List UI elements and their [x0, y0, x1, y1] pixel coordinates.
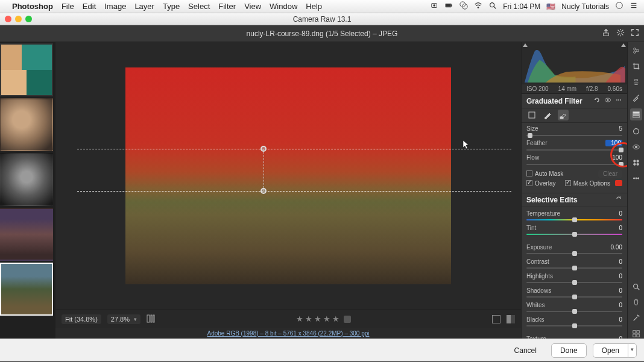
slider-value-1[interactable]: 0	[605, 225, 622, 231]
gradient-pin-bottom[interactable]	[260, 188, 267, 194]
star-5-icon[interactable]: ★	[332, 314, 339, 323]
star-2-icon[interactable]: ★	[305, 314, 312, 323]
star-3-icon[interactable]: ★	[314, 314, 321, 323]
reset-icon[interactable]	[611, 195, 622, 204]
slider-value-2[interactable]: 0.00	[605, 244, 622, 251]
zoom-tool-icon[interactable]	[631, 282, 641, 292]
slider-value-0[interactable]: 0	[605, 210, 622, 217]
new-mask-icon[interactable]	[526, 110, 537, 120]
slider-value-5[interactable]: 0	[605, 287, 622, 294]
menubar-select[interactable]: Select	[188, 2, 210, 11]
open-button[interactable]: Open	[593, 343, 628, 358]
slider-3[interactable]	[526, 265, 622, 271]
auto-mask-checkbox[interactable]	[526, 170, 532, 176]
thumb-3[interactable]	[0, 153, 53, 206]
slider-2[interactable]	[526, 251, 622, 257]
grid-view-icon[interactable]	[631, 329, 641, 339]
menubar-help[interactable]: Help	[306, 2, 322, 11]
flag-icon[interactable]: 🇺🇸	[546, 2, 555, 11]
brush-erase-icon[interactable]	[558, 110, 569, 120]
thumb-5-selected[interactable]	[0, 263, 53, 316]
thumb-4[interactable]	[0, 208, 53, 261]
gradient-bottom-line[interactable]	[77, 191, 511, 192]
menubar-window[interactable]: Window	[270, 2, 297, 11]
share-icon[interactable]	[602, 28, 610, 39]
menubar-edit[interactable]: Edit	[83, 2, 96, 11]
slider-value-3[interactable]: 0	[605, 258, 622, 265]
histogram[interactable]	[522, 42, 627, 84]
star-1-icon[interactable]: ★	[296, 314, 303, 323]
more-icon[interactable]	[631, 173, 641, 183]
menubar-app[interactable]: Photoshop	[12, 2, 53, 11]
minimize-window-button[interactable]	[15, 16, 22, 22]
siri-icon[interactable]	[615, 1, 623, 11]
recording-icon[interactable]	[431, 1, 439, 11]
visibility-eye-icon[interactable]	[601, 96, 611, 105]
heal-tool-icon[interactable]	[631, 77, 641, 87]
slider-1[interactable]	[526, 231, 622, 237]
workflow-options-link[interactable]: Adobe RGB (1998) – 8 bit – 5761 x 3846 (…	[207, 330, 369, 337]
hand-tool-icon[interactable]	[631, 298, 641, 307]
cancel-button[interactable]: Cancel	[506, 344, 545, 357]
grid-icon[interactable]	[147, 314, 155, 324]
cc-icon[interactable]	[459, 1, 468, 11]
slider-value-4[interactable]: 0	[605, 273, 622, 279]
fullscreen-icon[interactable]	[631, 28, 639, 39]
slider-7[interactable]	[526, 323, 622, 329]
zoom-window-button[interactable]	[25, 16, 32, 22]
thumb-1[interactable]	[0, 43, 53, 96]
eye-tool-icon[interactable]	[631, 142, 641, 152]
thumb-2[interactable]	[0, 98, 53, 151]
notifications-icon[interactable]	[630, 1, 638, 11]
close-window-button[interactable]	[5, 16, 11, 22]
spotlight-icon[interactable]	[488, 1, 497, 11]
flow-value[interactable]: 100	[605, 154, 622, 161]
zoom-fit-button[interactable]: Fit (34.8%)	[62, 314, 101, 324]
menubar-file[interactable]: File	[62, 2, 74, 11]
mask-color-swatch[interactable]	[615, 180, 622, 186]
feather-slider[interactable]	[526, 147, 622, 153]
menubar-layer[interactable]: Layer	[134, 2, 154, 11]
open-dropdown-button[interactable]: ▾	[628, 343, 637, 358]
gradient-pin-top[interactable]	[260, 146, 267, 152]
wifi-icon[interactable]	[474, 1, 482, 11]
size-value[interactable]: 5	[605, 125, 622, 132]
slider-6[interactable]	[526, 308, 622, 314]
single-view-icon[interactable]	[492, 315, 500, 323]
edit-tool-icon[interactable]	[631, 46, 641, 55]
rating-stars[interactable]: ★ ★ ★ ★ ★	[161, 314, 486, 323]
menubar-clock[interactable]: Fri 1:04 PM	[503, 2, 540, 11]
auto-tool-icon[interactable]	[631, 313, 641, 323]
undo-icon[interactable]	[590, 96, 601, 105]
gradient-top-line[interactable]	[77, 149, 511, 149]
presets-icon[interactable]	[631, 158, 641, 167]
overlay-checkbox[interactable]	[526, 180, 532, 186]
mask-options-checkbox[interactable]	[565, 180, 571, 186]
menubar-view[interactable]: View	[244, 2, 261, 11]
settings-gear-icon[interactable]	[616, 28, 625, 39]
graduated-filter-tool-icon[interactable]	[630, 108, 642, 120]
star-4-icon[interactable]: ★	[323, 314, 330, 323]
menubar-type[interactable]: Type	[163, 2, 180, 11]
slider-value-8[interactable]: 0	[605, 335, 622, 339]
shadow-clip-icon[interactable]	[523, 43, 528, 47]
radial-filter-tool-icon[interactable]	[631, 126, 641, 136]
slider-0[interactable]	[526, 217, 622, 223]
more-options-icon[interactable]	[611, 96, 622, 105]
brush-add-icon[interactable]	[542, 110, 553, 120]
slider-4[interactable]	[526, 279, 622, 286]
battery-icon[interactable]	[445, 1, 453, 11]
done-button[interactable]: Done	[551, 343, 587, 358]
flow-slider[interactable]	[526, 161, 622, 167]
eyedropper-tool-icon[interactable]	[631, 93, 641, 102]
size-slider[interactable]	[526, 133, 622, 139]
menubar-filter[interactable]: Filter	[218, 2, 236, 11]
slider-value-6[interactable]: 0	[605, 302, 622, 308]
slider-value-7[interactable]: 0	[605, 316, 622, 323]
before-after-icon[interactable]	[507, 315, 515, 323]
color-label-icon[interactable]	[344, 316, 351, 323]
menubar-user[interactable]: Nucly Tutorials	[561, 2, 609, 11]
clear-button[interactable]: Clear	[598, 170, 622, 178]
crop-tool-icon[interactable]	[631, 61, 641, 71]
canvas-viewport[interactable]	[55, 42, 521, 310]
